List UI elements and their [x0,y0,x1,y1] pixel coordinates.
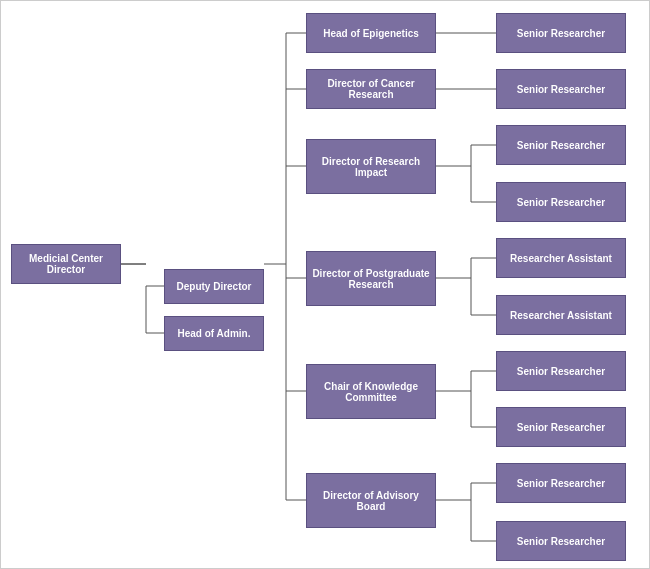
senior-researcher-3-node: Senior Researcher [496,125,626,165]
senior-researcher-8-node: Senior Researcher [496,521,626,561]
researcher-assistant-1-node: Researcher Assistant [496,238,626,278]
medical-director-node: Medicial Center Director [11,244,121,284]
director-research-impact-node: Director of Research Impact [306,139,436,194]
senior-researcher-7-node: Senior Researcher [496,463,626,503]
head-epigenetics-node: Head of Epigenetics [306,13,436,53]
head-admin-node: Head of Admin. [164,316,264,351]
org-chart: Medicial Center Director Deputy Director… [0,0,650,569]
director-postgrad-node: Director of Postgraduate Research [306,251,436,306]
director-cancer-node: Director of Cancer Research [306,69,436,109]
senior-researcher-1-node: Senior Researcher [496,13,626,53]
researcher-assistant-2-node: Researcher Assistant [496,295,626,335]
senior-researcher-5-node: Senior Researcher [496,351,626,391]
senior-researcher-2-node: Senior Researcher [496,69,626,109]
senior-researcher-6-node: Senior Researcher [496,407,626,447]
deputy-director-node: Deputy Director [164,269,264,304]
chair-knowledge-node: Chair of Knowledge Committee [306,364,436,419]
director-advisory-node: Director of Advisory Board [306,473,436,528]
senior-researcher-4-node: Senior Researcher [496,182,626,222]
